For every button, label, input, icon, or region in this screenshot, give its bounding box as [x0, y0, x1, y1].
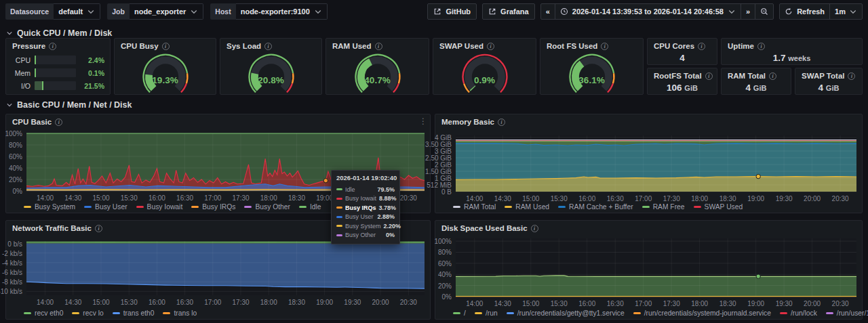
legend-item[interactable]: /run/user/1000: [826, 309, 868, 317]
pressure-label: Mem: [12, 69, 31, 77]
gauge-arc: [125, 50, 205, 93]
legend-item[interactable]: /: [453, 309, 466, 317]
tooltip-series-value: 8.88%: [379, 195, 397, 202]
panel-disk-basic: Disk Space Used Basici 100%80%60%40%20%0…: [435, 220, 863, 320]
legend-item[interactable]: Busy Iowait: [136, 203, 183, 211]
info-icon[interactable]: i: [49, 43, 56, 50]
legend-color-dash: [299, 206, 307, 208]
tooltip-series-label: Busy Iowait: [345, 195, 376, 202]
info-icon[interactable]: i: [375, 43, 382, 50]
link-button-github[interactable]: GitHub: [427, 3, 477, 20]
legend-item[interactable]: /run/credentials/getty@tty1.service: [507, 309, 625, 317]
variable-value-dropdown[interactable]: default: [54, 3, 100, 20]
legend-item[interactable]: Busy System: [24, 203, 75, 211]
legend-item[interactable]: RAM Cache + Buffer: [558, 203, 633, 211]
variable-value-dropdown[interactable]: node-exporter:9100: [236, 3, 328, 20]
row-header-basic[interactable]: Basic CPU / Mem / Net / Disk: [7, 100, 132, 110]
variable-job[interactable]: Jobnode_exporter: [107, 3, 203, 20]
info-icon[interactable]: i: [698, 43, 705, 50]
legend-label: /: [464, 309, 466, 317]
time-range-picker[interactable]: 2026-01-14 13:39:53 to 2026-01-14 20:46:…: [555, 4, 741, 19]
panel-title: SWAP Used: [439, 42, 484, 50]
panel-stat-cpu-cores: CPU Coresi4: [647, 38, 717, 65]
y-axis-tick: 80%: [9, 142, 22, 149]
row-header-quick[interactable]: Quick CPU / Mem / Disk: [7, 28, 112, 38]
external-link-icon: [433, 7, 441, 16]
x-axis-tick: 16:30: [174, 194, 196, 202]
legend-color-dash: [191, 206, 199, 208]
legend-item[interactable]: RAM Total: [453, 203, 496, 211]
info-icon[interactable]: i: [848, 72, 855, 80]
x-axis-tick: 16:00: [146, 194, 167, 202]
link-button-grafana[interactable]: Grafana: [482, 3, 535, 20]
panel-stat-swap-total: SWAP Totali4 GiB: [795, 68, 863, 95]
tooltip-series-dash: [336, 207, 342, 209]
y-axis-tick: 100%: [434, 238, 452, 245]
info-icon[interactable]: i: [601, 43, 608, 50]
legend-item[interactable]: RAM Used: [505, 203, 549, 211]
x-axis-tick: 19:30: [773, 300, 795, 307]
x-axis-tick: 14:00: [35, 299, 56, 306]
x-axis-tick: 18:00: [689, 300, 711, 307]
info-icon[interactable]: i: [705, 72, 713, 80]
legend-item[interactable]: /run/lock: [780, 309, 817, 317]
refresh-interval-dropdown[interactable]: 1m: [829, 4, 862, 19]
variable-value: node-exporter:9100: [241, 7, 310, 16]
variable-host[interactable]: Hostnode-exporter:9100: [210, 3, 327, 20]
info-icon[interactable]: i: [498, 119, 505, 126]
tooltip-series-dash: [336, 225, 342, 227]
legend-item[interactable]: Busy Other: [244, 203, 290, 211]
info-icon[interactable]: i: [757, 43, 765, 50]
tooltip-row: Busy User2.88%: [336, 213, 395, 222]
disk-basic-chart[interactable]: 100%80%60%40%20%0%14:0014:3015:0015:3016…: [435, 221, 862, 319]
legend-item[interactable]: Busy IRQs: [191, 203, 235, 211]
tooltip-series-dash: [336, 234, 342, 236]
legend-item[interactable]: /run: [475, 309, 498, 317]
y-axis-tick: 0 B: [441, 188, 452, 196]
time-shift-forward-button[interactable]: »: [741, 4, 755, 19]
refresh-group: Refresh1m: [779, 3, 863, 20]
time-shift-back-button[interactable]: «: [541, 4, 555, 19]
info-icon[interactable]: i: [95, 225, 102, 232]
legend-label: trans eth0: [123, 309, 155, 317]
legend-item[interactable]: Idle: [299, 203, 321, 211]
x-axis-tick: 20:00: [802, 300, 823, 307]
chevron-down-icon: [849, 7, 857, 16]
legend-item[interactable]: RAM Free: [642, 203, 685, 211]
legend-color-dash: [642, 206, 650, 208]
info-icon[interactable]: i: [487, 43, 494, 50]
x-axis-tick: 16:30: [604, 195, 626, 202]
pressure-bar: [35, 81, 76, 90]
external-link-icon: [488, 7, 496, 16]
variable-value-dropdown[interactable]: node_exporter: [130, 3, 203, 20]
x-axis-tick: 17:30: [230, 299, 252, 306]
time-zoom-out-button[interactable]: [755, 4, 773, 19]
variable-datasource[interactable]: Datasourcedefault: [5, 3, 100, 20]
info-icon[interactable]: i: [162, 43, 170, 50]
legend-color-dash: [694, 206, 701, 208]
legend-item[interactable]: SWAP Used: [694, 203, 743, 211]
x-axis-tick: 20:30: [397, 194, 419, 202]
memory-basic-chart[interactable]: 4 GiB3.50 GiB3 GiB2.50 GiB2 GiB1.50 GiB1…: [435, 114, 862, 213]
y-axis-tick: 0%: [13, 188, 22, 195]
legend-item[interactable]: Busy User: [84, 203, 127, 211]
refresh-icon: [785, 7, 793, 16]
y-axis-tick: 40%: [438, 271, 452, 278]
info-icon[interactable]: i: [769, 72, 776, 80]
legend-item[interactable]: trans lo: [163, 309, 197, 317]
legend-item[interactable]: trans eth0: [113, 309, 155, 317]
info-icon[interactable]: i: [55, 119, 62, 126]
tooltip-series-dash: [336, 198, 342, 200]
panel-menu-icon[interactable]: ⋮: [419, 117, 427, 125]
refresh-button[interactable]: Refresh: [780, 4, 829, 19]
legend-label: RAM Cache + Buffer: [569, 203, 633, 211]
info-icon[interactable]: i: [264, 43, 272, 50]
legend-item[interactable]: /run/credentials/systemd-journald.servic…: [633, 309, 771, 317]
legend-item[interactable]: recv eth0: [24, 309, 63, 317]
panel-title: Uptime: [728, 42, 754, 50]
info-icon[interactable]: i: [531, 225, 538, 232]
y-axis-tick: 0 b/s: [7, 240, 22, 248]
legend-item[interactable]: recv lo: [72, 309, 103, 317]
stat-unit: GiB: [753, 84, 767, 92]
panel-title: RAM Total: [728, 72, 766, 80]
